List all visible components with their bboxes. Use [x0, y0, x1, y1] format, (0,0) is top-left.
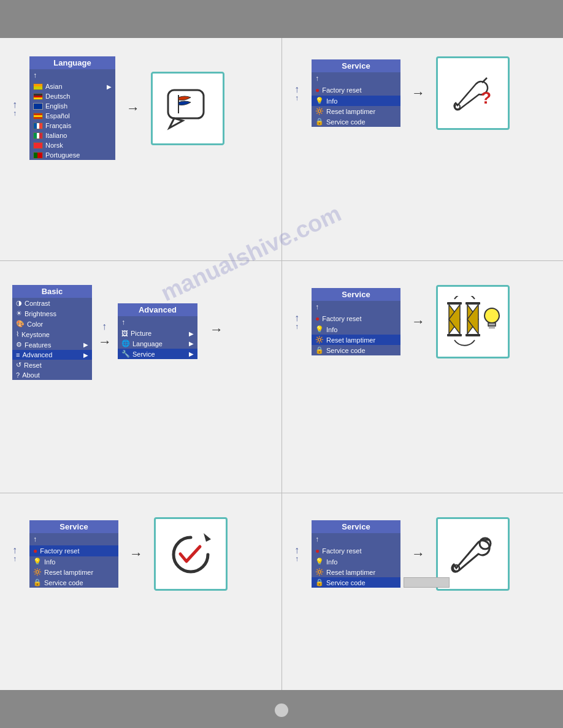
svg-marker-1: [169, 118, 183, 128]
service-item-factory-reset-4[interactable]: ● Factory reset: [312, 545, 400, 556]
service-item-code-2[interactable]: 🔒 Service code: [312, 345, 400, 355]
advanced-item-picture[interactable]: 🖼 Picture ▶: [118, 328, 197, 338]
page-indicator: [275, 703, 288, 717]
arrow-to-icon-4: →: [412, 314, 425, 330]
svg-rect-6: [447, 302, 462, 305]
language-item-espanol[interactable]: Español: [29, 111, 115, 121]
advanced-menu-title: Advanced: [118, 303, 197, 316]
language-item-norsk[interactable]: Norsk: [29, 140, 115, 150]
service-item-reset-lamp-3[interactable]: 🔆 Reset lamptimer: [29, 567, 118, 577]
basic-menu-title: Basic: [12, 285, 92, 298]
service-info-icon: ?: [436, 56, 510, 130]
advanced-item-service[interactable]: 🔧 Service ▶: [118, 349, 197, 359]
service-menu-2-title: Service: [312, 288, 400, 301]
arrow-to-icon-6: →: [412, 546, 425, 562]
service-menu-1: Service ↑ ● Factory reset 💡 Info 🔆 Reset…: [312, 59, 400, 127]
advanced-item-language[interactable]: 🌐 Language ▶: [118, 338, 197, 349]
service-menu-4-title: Service: [312, 520, 400, 533]
basic-item-brightness[interactable]: ☀ Brightness: [12, 308, 92, 319]
language-item-francais[interactable]: Français: [29, 121, 115, 131]
main-content: ↑ ↑ Language ↑ Asian ▶ Deutsch English E…: [0, 38, 563, 690]
service-item-code-1[interactable]: 🔒 Service code: [312, 116, 400, 127]
advanced-menu: Advanced ↑ 🖼 Picture ▶ 🌐 Language ▶ 🔧 Se…: [118, 303, 197, 359]
language-item-deutsch[interactable]: Deutsch: [29, 91, 115, 101]
svg-text:?: ?: [481, 88, 491, 107]
panel-service-code: ↑ ↑ Service ↑ ● Factory reset 💡 Info 🔆 R…: [294, 517, 510, 591]
service-menu-4: Service ↑ ● Factory reset 💡 Info 🔆 Reset…: [312, 520, 400, 588]
basic-item-advanced[interactable]: ≡ Advanced ▶: [12, 350, 92, 360]
service-item-reset-lamp-2[interactable]: 🔆 Reset lamptimer: [312, 335, 400, 345]
factory-reset-icon: [154, 517, 228, 591]
service-menu-3-title: Service: [29, 520, 118, 533]
advanced-menu-back: ↑: [118, 316, 197, 328]
service-item-factory-reset-2[interactable]: ● Factory reset: [312, 313, 400, 324]
language-menu-title: Language: [29, 56, 115, 69]
basic-item-about[interactable]: ? About: [12, 370, 92, 380]
service-item-code-4[interactable]: 🔒 Service code: [312, 577, 400, 588]
language-item-english[interactable]: English: [29, 101, 115, 111]
hourglass-lamp-svg: [444, 296, 502, 348]
service-menu-2: Service ↑ ● Factory reset 💡 Info 🔆 Reset…: [312, 288, 400, 355]
basic-item-color[interactable]: 🎨 Color: [12, 319, 92, 329]
service-item-info-4[interactable]: 💡 Info: [312, 556, 400, 567]
basic-menu: Basic ◑ Contrast ☀ Brightness 🎨 Color ⌇ …: [12, 285, 92, 380]
arrow-to-icon-5: →: [129, 546, 143, 562]
arrow-to-advanced: →: [98, 334, 112, 350]
basic-item-reset[interactable]: ↺ Reset: [12, 360, 92, 370]
service-item-info-2[interactable]: 💡 Info: [312, 324, 400, 335]
service-menu-2-back: ↑: [312, 301, 400, 313]
basic-item-features[interactable]: ⚙ Features ▶: [12, 339, 92, 350]
wrench-question-svg: ?: [445, 66, 500, 121]
top-bar: [0, 0, 563, 38]
language-icon: [151, 72, 224, 145]
basic-item-keystone[interactable]: ⌇ Keystone: [12, 329, 92, 339]
svg-rect-7: [447, 334, 462, 336]
language-menu: Language ↑ Asian ▶ Deutsch English Españ…: [29, 56, 115, 160]
svg-marker-14: [204, 533, 211, 542]
panel-service-info: ↑ ↑ Service ↑ ● Factory reset 💡 Info 🔆 R…: [294, 56, 510, 130]
service-menu-1-back: ↑: [312, 72, 400, 85]
arrow-to-icon-2: →: [412, 85, 425, 101]
svg-rect-9: [465, 334, 480, 336]
arrow-to-icon-1: →: [126, 100, 140, 116]
factory-reset-svg: [162, 528, 220, 580]
service-menu-3-back: ↑: [29, 533, 118, 545]
service-item-info-1[interactable]: 💡 Info: [312, 96, 400, 106]
panel-language: ↑ ↑ Language ↑ Asian ▶ Deutsch English E…: [12, 56, 224, 160]
basic-item-contrast[interactable]: ◑ Contrast: [12, 298, 92, 308]
wrench-only-svg: [445, 526, 500, 582]
service-item-factory-reset-3[interactable]: ● Factory reset: [29, 545, 118, 556]
panel-service-lamptimer: ↑ ↑ Service ↑ ● Factory reset 💡 Info 🔆 R…: [294, 285, 510, 358]
svg-rect-8: [465, 302, 480, 305]
panel-service-factory-reset: ↑ ↑ Service ↑ ● Factory reset 💡 Info 🔆 R…: [12, 517, 228, 591]
arrow-to-icon-3: →: [210, 322, 223, 338]
service-menu-1-title: Service: [312, 59, 400, 72]
svg-rect-11: [488, 323, 496, 326]
hourglass-lamp-icon: [436, 285, 510, 358]
language-item-portuguese[interactable]: Portuguese: [29, 150, 115, 160]
service-item-code-3[interactable]: 🔒 Service code: [29, 577, 118, 588]
language-item-asian[interactable]: Asian ▶: [29, 82, 115, 91]
language-menu-back: ↑: [29, 69, 115, 82]
vertical-divider: [282, 38, 282, 690]
service-item-reset-lamp-1[interactable]: 🔆 Reset lamptimer: [312, 106, 400, 116]
language-item-italiano[interactable]: Italiano: [29, 131, 115, 140]
service-item-reset-lamp-4[interactable]: 🔆 Reset lamptimer: [312, 567, 400, 577]
service-menu-3: Service ↑ ● Factory reset 💡 Info 🔆 Reset…: [29, 520, 118, 588]
service-item-info-3[interactable]: 💡 Info: [29, 556, 118, 567]
panel-basic-advanced: Basic ◑ Contrast ☀ Brightness 🎨 Color ⌇ …: [12, 285, 223, 380]
service-item-factory-reset-1[interactable]: ● Factory reset: [312, 85, 400, 96]
flag-speech-svg: [163, 84, 212, 133]
svg-point-10: [484, 308, 499, 323]
service-menu-4-back: ↑: [312, 533, 400, 545]
